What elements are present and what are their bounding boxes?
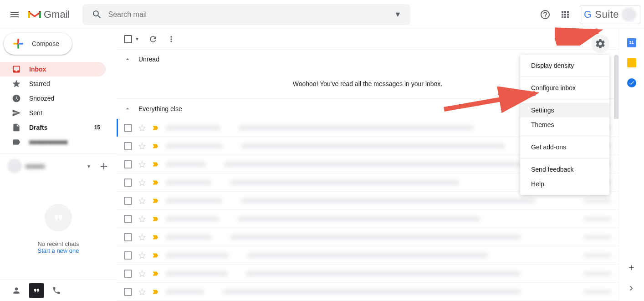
add-addon-icon[interactable]: +: [629, 262, 634, 274]
menu-display-density[interactable]: Display density: [520, 58, 609, 73]
important-icon[interactable]: [151, 142, 159, 150]
mail-row[interactable]: [117, 210, 618, 228]
star-icon[interactable]: [138, 142, 147, 151]
label-icon: [12, 138, 21, 147]
compose-button[interactable]: Compose: [4, 33, 72, 55]
sidebar-item-sent[interactable]: Sent: [0, 106, 106, 120]
sidebar-item-label[interactable]: ■■■■■■■■■■: [0, 135, 106, 149]
support-icon[interactable]: [536, 5, 554, 24]
mail-date: [584, 253, 611, 258]
menu-get-addons[interactable]: Get add-ons: [520, 140, 609, 154]
star-icon[interactable]: [138, 214, 147, 224]
star-icon[interactable]: [138, 233, 147, 242]
mail-row[interactable]: [117, 246, 618, 265]
menu-divider: [520, 136, 609, 136]
star-icon[interactable]: [138, 251, 147, 260]
star-icon[interactable]: [138, 196, 147, 205]
important-icon[interactable]: [151, 288, 159, 296]
star-icon[interactable]: [138, 160, 147, 169]
quote-icon: [45, 204, 72, 231]
sidebar-item-snoozed[interactable]: Snoozed: [0, 91, 106, 106]
mail-checkbox[interactable]: [124, 160, 132, 168]
search-input[interactable]: [108, 10, 388, 19]
send-icon: [12, 108, 21, 117]
mail-sender: [166, 271, 228, 276]
important-icon[interactable]: [151, 124, 159, 132]
mail-subject: [241, 143, 505, 149]
hangouts-section: ■■■■■ ▼: [0, 153, 117, 179]
chevron-down-icon[interactable]: ▼: [87, 164, 91, 169]
menu-divider: [520, 99, 609, 99]
mail-row[interactable]: [117, 265, 618, 283]
important-icon[interactable]: [151, 197, 159, 205]
star-icon[interactable]: [138, 287, 147, 296]
sidebar-item-drafts[interactable]: Drafts 15: [0, 120, 106, 135]
mail-sender: [166, 125, 220, 131]
main-menu-button[interactable]: [4, 4, 26, 26]
mail-checkbox[interactable]: [124, 215, 132, 223]
mail-sender: [166, 198, 223, 204]
hangouts-user-row[interactable]: ■■■■■ ▼: [0, 157, 117, 175]
chevron-up-icon: [124, 56, 131, 63]
important-icon[interactable]: [151, 251, 159, 260]
mail-subject: [238, 216, 480, 222]
hangouts-empty-text: No recent chats: [37, 240, 79, 247]
search-icon[interactable]: [86, 9, 108, 20]
logo[interactable]: Gmail: [27, 9, 70, 20]
menu-send-feedback[interactable]: Send feedback: [520, 162, 609, 177]
contacts-icon[interactable]: [7, 281, 26, 300]
important-icon[interactable]: [151, 179, 159, 187]
mail-subject: [224, 162, 521, 167]
menu-settings[interactable]: Settings: [520, 103, 609, 117]
select-all-checkbox[interactable]: [124, 35, 132, 43]
hangouts-start-link[interactable]: Start a new one: [37, 247, 79, 254]
settings-menu: Display density Configure inbox Settings…: [520, 55, 609, 195]
mail-row[interactable]: [117, 283, 618, 301]
collapse-rail-icon[interactable]: [627, 284, 636, 293]
toolbar: ▼: [117, 29, 618, 49]
mail-sender: [166, 289, 204, 295]
select-dropdown[interactable]: ▼: [135, 36, 139, 41]
mail-checkbox[interactable]: [124, 270, 132, 278]
mail-checkbox[interactable]: [124, 197, 132, 205]
settings-gear-button[interactable]: [591, 35, 609, 53]
mail-row[interactable]: [117, 228, 618, 246]
menu-themes[interactable]: Themes: [520, 117, 609, 132]
sidebar-item-starred[interactable]: Starred: [0, 77, 106, 91]
menu-configure-inbox[interactable]: Configure inbox: [520, 81, 609, 95]
phone-icon[interactable]: [47, 281, 66, 300]
refresh-icon[interactable]: [148, 35, 158, 44]
important-icon[interactable]: [151, 160, 159, 168]
new-chat-icon[interactable]: [98, 161, 109, 172]
mail-checkbox[interactable]: [124, 288, 132, 296]
tasks-icon[interactable]: [627, 78, 636, 87]
mail-checkbox[interactable]: [124, 142, 132, 150]
star-icon[interactable]: [138, 269, 147, 278]
mail-subject: [230, 180, 460, 185]
sidebar-item-inbox[interactable]: Inbox: [0, 62, 106, 77]
calendar-icon[interactable]: 31: [627, 38, 636, 47]
mail-date: [584, 217, 611, 221]
gsuite-text: G G SuiteSuite: [584, 9, 619, 20]
mail-subject: [223, 289, 521, 295]
keep-icon[interactable]: [627, 58, 636, 67]
mail-checkbox[interactable]: [124, 233, 132, 241]
important-icon[interactable]: [151, 215, 159, 223]
search-bar[interactable]: ▼: [82, 4, 410, 25]
account-avatar[interactable]: [622, 7, 636, 22]
more-icon[interactable]: [167, 35, 176, 44]
apps-icon[interactable]: [556, 5, 574, 24]
mail-checkbox[interactable]: [124, 179, 132, 187]
menu-help[interactable]: Help: [520, 177, 609, 191]
important-icon[interactable]: [151, 233, 159, 241]
gsuite-badge[interactable]: G G SuiteSuite: [580, 5, 640, 24]
search-options-dropdown[interactable]: ▼: [389, 10, 407, 19]
mail-checkbox[interactable]: [124, 124, 132, 132]
mail-checkbox[interactable]: [124, 251, 132, 260]
hangouts-icon[interactable]: [29, 283, 44, 298]
hangouts-empty: No recent chats Start a new one: [0, 179, 117, 279]
star-icon[interactable]: [138, 123, 147, 133]
important-icon[interactable]: [151, 270, 159, 278]
star-icon[interactable]: [138, 178, 147, 187]
clock-icon: [12, 94, 21, 103]
